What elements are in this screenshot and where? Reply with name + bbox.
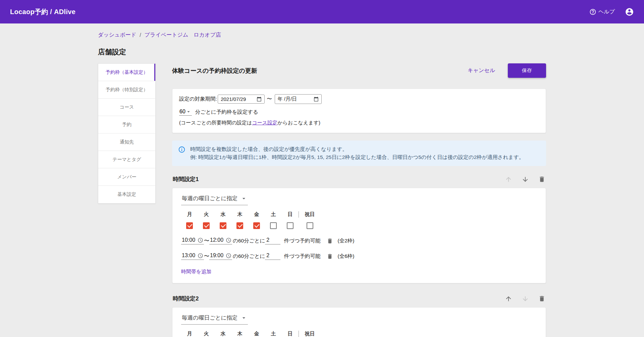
sidebar-item-label: 予約 bbox=[122, 122, 131, 128]
help-label: ヘルプ bbox=[598, 8, 615, 15]
period-settings-card: 設定の対象期間: 2021/07/29 〜 年 /月/日 bbox=[172, 89, 546, 133]
breadcrumb: ダッシュボード / プライベートジム ロカオプ店 bbox=[98, 32, 546, 39]
trash-icon bbox=[538, 176, 545, 183]
time-slot-row: 13:00 〜 19:00 の60分ごとに 2 件づつ予約可能 (全6枠) bbox=[181, 252, 537, 260]
sidebar-item-members[interactable]: メンバー bbox=[98, 168, 155, 186]
time-setting-1-title: 時間設定1 bbox=[173, 175, 505, 183]
account-button[interactable] bbox=[625, 7, 634, 16]
interval-phrase: の60分ごとに bbox=[233, 253, 265, 260]
interval-select[interactable]: 60 bbox=[179, 109, 192, 116]
clock-icon bbox=[226, 253, 231, 259]
start-time-input[interactable]: 10:00 bbox=[181, 237, 204, 244]
start-date-value: 2021/07/29 bbox=[221, 96, 246, 102]
app-title: Locaop予約 / ADlive bbox=[10, 7, 75, 16]
caret-down-icon bbox=[240, 195, 247, 202]
main-heading: 体験コースの予約枠設定の更新 bbox=[172, 67, 468, 75]
weekday-label: 土 bbox=[265, 211, 282, 218]
checkbox-tuesday[interactable] bbox=[203, 222, 210, 229]
slot-total: (全2枠) bbox=[338, 237, 355, 244]
checkbox-monday[interactable] bbox=[186, 222, 193, 229]
weekday-label: 水 bbox=[215, 211, 231, 218]
slot-total: (全6枠) bbox=[338, 253, 355, 260]
weekday-label: 金 bbox=[248, 211, 265, 218]
interval-value: 60 bbox=[179, 109, 185, 115]
caret-down-icon bbox=[240, 315, 247, 321]
weekday-label: 土 bbox=[265, 331, 282, 337]
weekday-label: 火 bbox=[198, 211, 215, 218]
sidebar-item-slots-special[interactable]: 予約枠（特別設定） bbox=[98, 81, 155, 99]
sidebar-item-courses[interactable]: コース bbox=[98, 99, 155, 116]
arrow-down-icon bbox=[522, 176, 529, 183]
checkbox-thursday[interactable] bbox=[236, 222, 243, 229]
delete-section-button[interactable] bbox=[538, 176, 545, 183]
help-button[interactable]: ヘルプ bbox=[589, 8, 615, 15]
move-up-button[interactable] bbox=[505, 295, 512, 302]
sidebar-item-label: コース bbox=[120, 104, 134, 110]
end-date-input[interactable]: 年 /月/日 bbox=[275, 94, 322, 104]
info-line-1: 時間設定を複数設定した場合、後の設定が優先度が高くなります。 bbox=[190, 145, 524, 153]
breadcrumb-store[interactable]: プライベートジム ロカオプ店 bbox=[145, 32, 221, 39]
sidebar-item-basic-settings[interactable]: 基本設定 bbox=[98, 186, 155, 203]
cancel-button[interactable]: キャンセル bbox=[468, 67, 495, 74]
sidebar-item-slots-basic[interactable]: 予約枠（基本設定） bbox=[98, 64, 155, 81]
weekday-label: 日 bbox=[282, 211, 299, 218]
sidebar-item-reservations[interactable]: 予約 bbox=[98, 116, 155, 133]
weekday-label: 日 bbox=[282, 331, 299, 337]
sidebar-item-label: 予約枠（基本設定） bbox=[106, 69, 148, 75]
course-note-prefix: (コースごとの所要時間の設定は bbox=[179, 120, 252, 125]
slot-suffix: 件づつ予約可能 bbox=[284, 253, 320, 260]
checkbox-holiday[interactable] bbox=[307, 222, 313, 229]
sidebar-item-themes-tags[interactable]: テーマとタグ bbox=[98, 151, 155, 168]
weekday-label: 月 bbox=[181, 331, 198, 337]
sidebar-item-label: 予約枠（特別設定） bbox=[106, 87, 148, 93]
period-label: 設定の対象期間: bbox=[179, 96, 217, 103]
checkbox-friday[interactable] bbox=[253, 222, 260, 229]
end-time-input[interactable]: 19:00 bbox=[209, 252, 232, 260]
end-date-value: 年 /月/日 bbox=[278, 96, 297, 102]
clock-icon bbox=[198, 253, 203, 259]
time-tilde: 〜 bbox=[204, 253, 209, 260]
repeat-mode-select[interactable]: 毎週の曜日ごとに指定 bbox=[181, 195, 248, 205]
delete-row-button[interactable] bbox=[327, 238, 333, 244]
sidebar-item-label: メンバー bbox=[117, 174, 137, 180]
caret-down-icon bbox=[185, 109, 192, 115]
time-setting-2-title: 時間設定2 bbox=[173, 295, 505, 302]
move-down-button[interactable] bbox=[522, 295, 529, 302]
help-icon bbox=[589, 8, 596, 15]
clock-icon bbox=[198, 237, 203, 243]
sidebar-item-label: 通知先 bbox=[120, 139, 134, 145]
breadcrumb-separator: / bbox=[140, 32, 141, 38]
clock-icon bbox=[226, 237, 231, 243]
info-line-2: 例: 時間設定1が毎週日曜日に1枠、時間設定2が毎月5, 15, 25日に2枠を… bbox=[190, 153, 524, 161]
start-date-input[interactable]: 2021/07/29 bbox=[218, 95, 265, 104]
slot-count-input[interactable]: 2 bbox=[265, 237, 280, 244]
time-setting-2-card: 毎週の曜日ごとに指定 月 火 水 木 金 土 日 祝日 bbox=[172, 307, 546, 337]
time-setting-1-header: 時間設定1 bbox=[173, 175, 545, 183]
slot-suffix: 件づつ予約可能 bbox=[284, 237, 320, 244]
course-settings-link[interactable]: コース設定 bbox=[252, 120, 277, 125]
time-setting-1-card: 毎週の曜日ごとに指定 月 火 水 木 金 土 日 祝日 bbox=[172, 188, 546, 283]
add-time-range-link[interactable]: 時間帯を追加 bbox=[181, 269, 211, 275]
delete-row-button[interactable] bbox=[327, 253, 333, 260]
checkbox-wednesday[interactable] bbox=[220, 222, 226, 229]
weekday-labels-row: 月 火 水 木 金 土 日 祝日 bbox=[181, 211, 537, 218]
slot-count-input[interactable]: 2 bbox=[265, 252, 280, 260]
page-title: 店舗設定 bbox=[98, 47, 546, 57]
sidebar-item-notifications[interactable]: 通知先 bbox=[98, 133, 155, 151]
end-time-value: 19:00 bbox=[210, 252, 223, 259]
repeat-mode-select[interactable]: 毎週の曜日ごとに指定 bbox=[181, 314, 248, 325]
move-down-button[interactable] bbox=[522, 176, 529, 183]
delete-section-button[interactable] bbox=[538, 295, 545, 302]
move-up-button[interactable] bbox=[505, 176, 512, 183]
end-time-input[interactable]: 12:00 bbox=[209, 237, 232, 244]
start-time-input[interactable]: 13:00 bbox=[181, 252, 204, 260]
checkbox-saturday[interactable] bbox=[270, 222, 277, 229]
start-time-value: 13:00 bbox=[182, 252, 195, 259]
arrow-down-icon bbox=[522, 295, 529, 302]
info-icon bbox=[178, 145, 185, 161]
checkbox-sunday[interactable] bbox=[287, 222, 293, 229]
course-note-suffix: からおこなえます) bbox=[277, 120, 320, 125]
end-time-value: 12:00 bbox=[210, 237, 223, 243]
breadcrumb-dashboard[interactable]: ダッシュボード bbox=[98, 32, 136, 39]
save-button[interactable]: 保存 bbox=[508, 63, 546, 78]
